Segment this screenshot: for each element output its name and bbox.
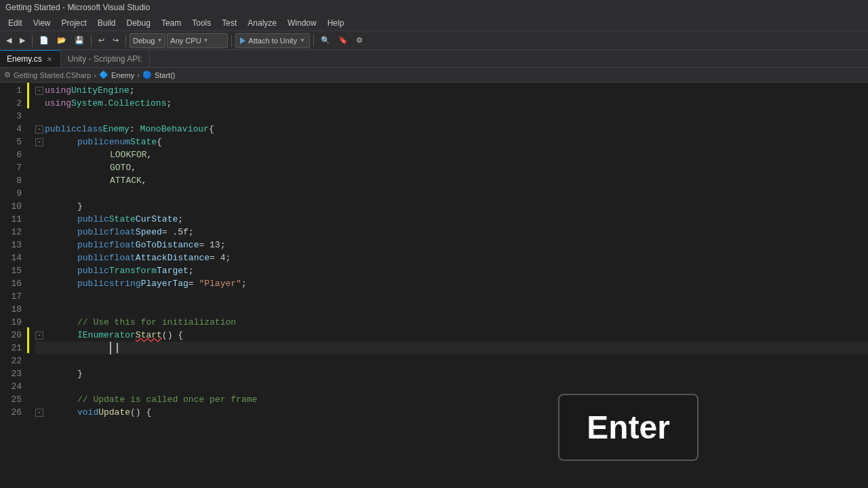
breadcrumb-icon: ⚙: [4, 70, 11, 79]
code-line: using System.Collections;: [35, 97, 868, 110]
menu-debug[interactable]: Debug: [121, 17, 156, 29]
line-number: 18: [5, 303, 22, 316]
menu-analyze[interactable]: Analyze: [242, 17, 282, 29]
code-editor: 1234567891011121314151617181920212223242…: [0, 83, 868, 488]
code-line: public float Speed = .5f;: [35, 226, 868, 239]
code-line: [35, 303, 868, 316]
menu-test[interactable]: Test: [216, 17, 242, 29]
tab-enemy-cs[interactable]: Enemy.cs ✕: [0, 50, 61, 67]
menu-build[interactable]: Build: [92, 17, 121, 29]
menu-project[interactable]: Project: [56, 17, 92, 29]
platform-arrow: ▼: [203, 37, 209, 43]
open-file-button[interactable]: 📂: [54, 34, 70, 47]
breadcrumb-sep1: ›: [94, 71, 96, 79]
menu-help[interactable]: Help: [322, 17, 350, 29]
line-number: 20: [5, 329, 22, 342]
line-number: 10: [5, 200, 22, 213]
code-line: -public enum State {: [35, 136, 868, 148]
cursor: [117, 343, 118, 353]
separator-2: [91, 35, 92, 47]
toolbar: ◀ ▶ 📄 📂 💾 ↩ ↪ Debug ▼ Any CPU ▼ Attach t…: [0, 31, 868, 50]
line-number: 14: [5, 251, 22, 264]
back-button[interactable]: ◀: [3, 34, 15, 47]
tab-unity-api-label: Unity - Scripting API:: [68, 54, 142, 64]
menu-view[interactable]: View: [28, 17, 56, 29]
collapse-icon[interactable]: -: [35, 331, 43, 340]
change-indicator-bar: [27, 327, 29, 353]
code-line: // Update is called once per frame: [35, 393, 868, 406]
code-line: -using UnityEngine;: [35, 84, 868, 97]
bookmark-button[interactable]: 🔖: [335, 34, 351, 47]
debug-config-dropdown[interactable]: Debug ▼: [130, 33, 165, 48]
play-icon: [240, 37, 245, 44]
debug-config-label: Debug: [133, 37, 155, 45]
separator-1: [32, 35, 33, 47]
line-number: 5: [5, 136, 22, 148]
menu-window[interactable]: Window: [282, 17, 322, 29]
settings-button[interactable]: ⚙: [353, 34, 366, 47]
debug-config-arrow: ▼: [157, 37, 162, 43]
collapse-icon[interactable]: -: [35, 138, 43, 146]
line-number: 23: [5, 367, 22, 380]
platform-label: Any CPU: [170, 37, 201, 45]
code-line: public float AttackDistance = 4;: [35, 251, 868, 264]
collapse-icon[interactable]: -: [35, 409, 43, 417]
code-line: [35, 380, 868, 393]
find-button[interactable]: 🔍: [317, 34, 334, 47]
line-number: 9: [5, 187, 22, 200]
code-line: -public class Enemy : MonoBehaviour {: [35, 123, 868, 136]
code-line: // Use this for initialization: [35, 316, 868, 329]
line-number: 4: [5, 123, 22, 136]
platform-dropdown[interactable]: Any CPU ▼: [167, 33, 228, 48]
line-numbers: 1234567891011121314151617181920212223242…: [0, 83, 27, 488]
tab-enemy-cs-close[interactable]: ✕: [45, 56, 54, 63]
breadcrumb-class[interactable]: Enemy: [111, 71, 134, 79]
menu-edit[interactable]: Edit: [3, 17, 28, 29]
breadcrumb-project[interactable]: Getting Started.CSharp: [14, 71, 91, 79]
line-number: 25: [5, 393, 22, 406]
forward-button[interactable]: ▶: [16, 34, 28, 47]
tab-unity-api[interactable]: Unity - Scripting API:: [61, 50, 150, 67]
menu-tools[interactable]: Tools: [186, 17, 216, 29]
save-button[interactable]: 💾: [71, 34, 87, 47]
new-file-button[interactable]: 📄: [36, 34, 52, 47]
tab-enemy-cs-label: Enemy.cs: [7, 54, 42, 64]
breadcrumb-sep2: ›: [137, 71, 140, 79]
breadcrumb-method[interactable]: Start(): [155, 71, 176, 79]
redo-button[interactable]: ↪: [109, 34, 122, 47]
code-line: LOOKFOR,: [35, 148, 868, 161]
enter-label: Enter: [587, 409, 670, 445]
separator-4: [231, 35, 232, 47]
enter-key-overlay: Enter: [558, 394, 698, 461]
code-line: GOTO,: [35, 161, 868, 174]
attach-label: Attach to Unity: [248, 37, 297, 45]
breadcrumb-bar: ⚙ Getting Started.CSharp › 🔷 Enemy › 🔵 S…: [0, 68, 868, 83]
undo-button[interactable]: ↩: [95, 34, 108, 47]
line-number: 11: [5, 213, 22, 226]
line-number: 12: [5, 226, 22, 239]
code-line: public string PlayerTag = "Player";: [35, 277, 868, 290]
code-line: public State CurState;: [35, 213, 868, 226]
line-number: 15: [5, 264, 22, 277]
code-line: }: [35, 200, 868, 213]
menu-bar: Edit View Project Build Debug Team Tools…: [0, 15, 868, 31]
code-line: ATTACK,: [35, 174, 868, 187]
collapse-icon[interactable]: -: [35, 87, 43, 95]
code-line: public float GoToDistance = 13;: [35, 239, 868, 251]
attach-to-unity-button[interactable]: Attach to Unity ▼: [235, 33, 309, 48]
code-line: -IEnumerator Start () {: [35, 329, 868, 342]
collapse-icon[interactable]: -: [35, 125, 43, 134]
line-number: 19: [5, 316, 22, 329]
menu-team[interactable]: Team: [156, 17, 186, 29]
breadcrumb-method-icon: 🔵: [142, 70, 152, 79]
line-number: 26: [5, 406, 22, 419]
title-bar: Getting Started - Microsoft Visual Studi…: [0, 0, 868, 15]
code-line: [35, 290, 868, 303]
line-number: 1: [5, 84, 22, 97]
line-number: 21: [5, 342, 22, 354]
line-number: 3: [5, 110, 22, 123]
code-line: [35, 342, 868, 354]
code-content[interactable]: -using UnityEngine;using System.Collecti…: [30, 83, 868, 488]
line-number: 13: [5, 239, 22, 251]
breadcrumb-class-icon: 🔷: [99, 70, 108, 79]
